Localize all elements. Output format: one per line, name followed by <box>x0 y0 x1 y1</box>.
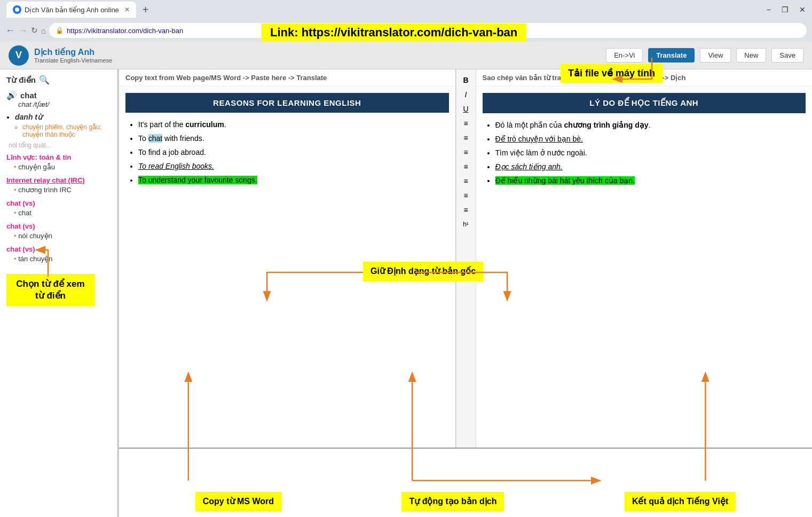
list-item: Để trò chuyện với bạn bè. <box>495 135 806 143</box>
link-annotation: Link: https://vikitranslator.com/dich-va… <box>262 24 526 42</box>
irc-title: Internet relay chat (IRC) <box>6 176 111 184</box>
btn-new[interactable]: New <box>736 48 766 62</box>
fmt-bold[interactable]: B <box>459 74 474 87</box>
irc-section: Internet relay chat (IRC) • chương trình… <box>6 176 111 194</box>
list-item: To find a job abroad. <box>138 148 449 156</box>
url-display: https://vikitranslator.com/dich-van-ban <box>67 27 183 35</box>
list-item: It's part of the curriculum. <box>138 120 449 129</box>
def-item-1: chuyện phiếm, chuyện gẫu; chuyện thân th… <box>22 123 101 138</box>
editor-hint: Copy text from Web page/MS Word -> Paste… <box>119 69 455 87</box>
linh-vuc-section: Lĩnh vực: toán & tin • chuyện gẫu <box>6 153 111 171</box>
chat-vs1-title: chat (vs) <box>6 199 111 207</box>
forward-button[interactable]: → <box>18 25 28 36</box>
lock-icon: 🔒 <box>56 27 64 34</box>
fmt-italic[interactable]: I <box>459 88 474 101</box>
svg-point-0 <box>15 7 19 12</box>
list-item: To understand your favourite songs. <box>138 176 449 184</box>
fmt-align2[interactable]: ≡ <box>459 131 474 144</box>
giu-dinh-dang-arrows <box>160 230 641 336</box>
home-button[interactable]: ⌂ <box>41 26 46 35</box>
btn-save[interactable]: Save <box>771 48 803 62</box>
copy-ms-word-annotation: Copy từ MS Word <box>195 492 281 512</box>
close-button[interactable]: ✕ <box>799 5 806 14</box>
arrow-chon-tu <box>5 239 59 282</box>
app-logo: V <box>9 45 29 66</box>
tai-file-arrow <box>598 47 705 90</box>
browser-tab[interactable]: Dịch Văn bản tiếng Anh online ✕ <box>6 2 136 18</box>
fmt-heading[interactable]: h¹ <box>459 218 474 231</box>
danh-tu-label: danh từ <box>15 113 42 121</box>
ket-qua-annotation: Kết quả dịch Tiếng Việt <box>625 492 736 512</box>
app-subtitle: Translate English-Vietnamese <box>34 57 112 64</box>
window-controls: − ❐ ✕ <box>767 5 806 14</box>
new-tab-button[interactable]: + <box>138 4 153 16</box>
minimize-button[interactable]: − <box>767 5 771 14</box>
chat-vs2-title: chat (vs) <box>6 222 111 230</box>
chat-vs1-item: • chat <box>6 209 111 217</box>
dict-header: Từ điển 🔍 <box>6 75 111 85</box>
trans-list: Đó là một phần của chương trình giảng dạ… <box>483 121 806 185</box>
chat-vs2-section: chat (vs) • nói chuyện <box>6 222 111 240</box>
fmt-underline[interactable]: U <box>459 103 474 115</box>
refresh-button[interactable]: ↻ <box>31 26 38 35</box>
word-defs: danh từ chuyện phiếm, chuyện gẫu; chuyện… <box>6 113 111 138</box>
chat-vs1-section: chat (vs) • chat <box>6 199 111 217</box>
app-title-area: Dịch tiếng Anh Translate English-Vietnam… <box>34 47 112 64</box>
list-item: Đọc sách tiếng anh. <box>495 162 806 171</box>
tab-title: Dịch Văn bản tiếng Anh online <box>25 6 119 14</box>
irc-item: • chương trình IRC <box>6 186 111 194</box>
fmt-indent[interactable]: ≡ <box>459 203 474 216</box>
more-label: nói tổng quát... <box>6 142 111 149</box>
fmt-align4[interactable]: ≡ <box>459 160 474 173</box>
editor-list: It's part of the curriculum. To chat wit… <box>125 120 449 184</box>
app-title: Dịch tiếng Anh <box>34 47 112 57</box>
list-item: Đó là một phần của chương trình giảng dạ… <box>495 121 806 129</box>
editor-heading: REASONS FOR LEARNING ENGLISH <box>125 93 449 113</box>
tab-close-icon[interactable]: ✕ <box>124 6 130 13</box>
fmt-align3[interactable]: ≡ <box>459 146 474 159</box>
fmt-list[interactable]: ≡ <box>459 189 474 202</box>
speaker-icon[interactable]: 🔊 <box>6 90 17 100</box>
word-entry: 🔊 chat chat /tʃæt/ <box>6 90 111 108</box>
maximize-button[interactable]: ❐ <box>782 5 789 14</box>
word-main: chat <box>20 91 37 100</box>
list-item: To read English books. <box>138 162 449 170</box>
back-button[interactable]: ← <box>5 25 15 36</box>
linh-vuc-item: • chuyện gẫu <box>6 163 111 171</box>
trans-heading: LÝ DO ĐỂ HỌC TIẾNG ANH <box>483 93 806 113</box>
list-item: Tìm việc làm ở nước ngoài. <box>495 148 806 157</box>
dict-search-icon[interactable]: 🔍 <box>39 75 50 85</box>
fmt-align5[interactable]: ≡ <box>459 175 474 187</box>
dict-label: Từ điển <box>6 75 36 85</box>
fmt-align1[interactable]: ≡ <box>459 117 474 130</box>
word-phonetic: chat /tʃæt/ <box>18 100 111 108</box>
linh-vuc-label: Lĩnh vực: toán & tin <box>6 153 111 161</box>
list-item: To chat with friends. <box>138 134 449 143</box>
chat-vs2-item: • nói chuyện <box>6 232 111 240</box>
tu-dong-annotation: Tự động tạo bản dịch <box>401 492 504 512</box>
list-item: Để hiểu những bài hát yêu thích của bạn. <box>495 176 806 185</box>
